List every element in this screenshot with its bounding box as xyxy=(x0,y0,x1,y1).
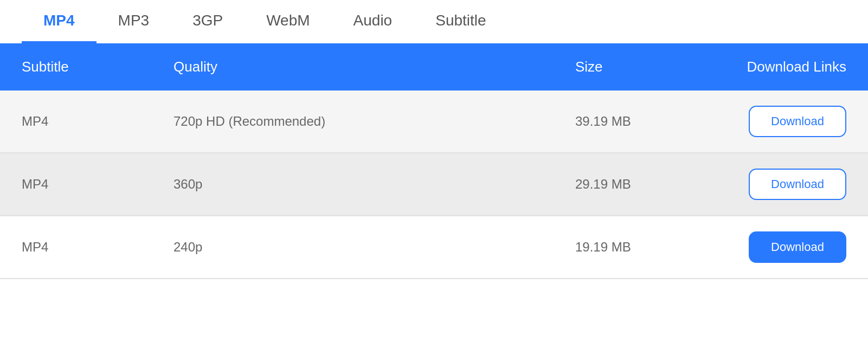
cell-download: Download xyxy=(695,106,846,137)
download-button[interactable]: Download xyxy=(749,231,846,263)
cell-download: Download xyxy=(695,231,846,263)
table-row: MP4 360p 29.19 MB Download xyxy=(0,153,868,216)
cell-subtitle: MP4 xyxy=(22,240,173,255)
cell-quality: 240p xyxy=(173,240,575,255)
header-subtitle: Subtitle xyxy=(22,59,173,75)
cell-size: 29.19 MB xyxy=(575,177,695,192)
cell-quality: 720p HD (Recommended) xyxy=(173,114,575,129)
tab-audio[interactable]: Audio xyxy=(332,0,414,43)
tab-mp4[interactable]: MP4 xyxy=(22,0,97,43)
table-row: MP4 720p HD (Recommended) 39.19 MB Downl… xyxy=(0,91,868,153)
cell-download: Download xyxy=(695,169,846,200)
header-download-links: Download Links xyxy=(695,59,846,75)
table-body: MP4 720p HD (Recommended) 39.19 MB Downl… xyxy=(0,91,868,279)
cell-size: 19.19 MB xyxy=(575,240,695,255)
tab-3gp[interactable]: 3GP xyxy=(171,0,245,43)
table-header: Subtitle Quality Size Download Links xyxy=(0,43,868,91)
download-button[interactable]: Download xyxy=(749,106,846,137)
tab-webm[interactable]: WebM xyxy=(245,0,331,43)
header-quality: Quality xyxy=(173,59,575,75)
tabs-container: MP4MP33GPWebMAudioSubtitle xyxy=(0,0,868,43)
cell-subtitle: MP4 xyxy=(22,177,173,192)
cell-size: 39.19 MB xyxy=(575,114,695,129)
tab-mp3[interactable]: MP3 xyxy=(97,0,171,43)
tab-subtitle[interactable]: Subtitle xyxy=(414,0,507,43)
download-button[interactable]: Download xyxy=(749,169,846,200)
cell-subtitle: MP4 xyxy=(22,114,173,129)
header-size: Size xyxy=(575,59,695,75)
cell-quality: 360p xyxy=(173,177,575,192)
table-row: MP4 240p 19.19 MB Download xyxy=(0,216,868,279)
